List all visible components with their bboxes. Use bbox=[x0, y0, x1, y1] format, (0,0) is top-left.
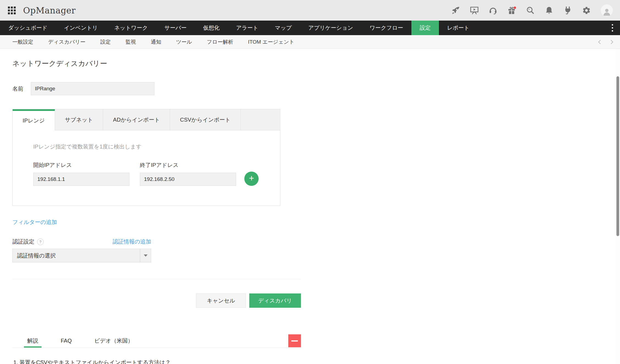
form-actions: キャンセル ディスカバリ bbox=[12, 293, 301, 308]
subnav-item-tools[interactable]: ツール bbox=[169, 38, 200, 46]
credential-settings-label: 認証設定 bbox=[12, 238, 34, 245]
end-ip-field: 終了IPアドレス bbox=[140, 161, 236, 186]
form-divider bbox=[12, 279, 301, 279]
plug-icon[interactable] bbox=[563, 6, 572, 15]
credential-select-dropdown[interactable]: 認証情報の選択 bbox=[12, 249, 151, 262]
nav-overflow-menu-icon[interactable] bbox=[605, 21, 620, 35]
tab-subnet[interactable]: サブネット bbox=[55, 109, 103, 130]
end-ip-label: 終了IPアドレス bbox=[140, 161, 236, 169]
nav-item-settings[interactable]: 設定 bbox=[411, 21, 439, 35]
nav-item-applications[interactable]: アプリケーション bbox=[300, 21, 361, 35]
help-tab-faq[interactable]: FAQ bbox=[57, 335, 75, 348]
topbar: OpManager bbox=[0, 0, 620, 21]
training-video-icon[interactable] bbox=[470, 6, 479, 15]
start-ip-label: 開始IPアドレス bbox=[33, 161, 129, 169]
app-title: OpManager bbox=[23, 5, 76, 15]
discovery-name-input[interactable] bbox=[31, 82, 154, 95]
faq-item[interactable]: 装置をCSVやテキストファイルからインポートする方法は？ bbox=[20, 359, 301, 364]
bell-icon[interactable] bbox=[545, 6, 553, 15]
nav-item-reports[interactable]: レポート bbox=[439, 21, 478, 35]
main-content: ネットワークディスカバリー 名前 IPレンジ サブネット ADからインポート C… bbox=[0, 49, 620, 364]
add-filter-link[interactable]: フィルターの追加 bbox=[12, 219, 57, 226]
page-title: ネットワークディスカバリー bbox=[12, 59, 620, 68]
main-nav: ダッシュボード インベントリ ネットワーク サーバー 仮想化 アラート マップ … bbox=[0, 21, 620, 35]
subnav-item-general-settings[interactable]: 一般設定 bbox=[5, 38, 41, 46]
ip-range-hint: IPレンジ指定で複数装置を1度に検出します bbox=[33, 143, 264, 150]
credential-select-value: 認証情報の選択 bbox=[13, 252, 140, 259]
start-ip-field: 開始IPアドレス bbox=[33, 161, 129, 186]
gear-icon[interactable] bbox=[582, 6, 591, 15]
tab-import-ad[interactable]: ADからインポート bbox=[103, 109, 170, 130]
subnav-item-configuration[interactable]: 設定 bbox=[93, 38, 118, 46]
support-headset-icon[interactable] bbox=[489, 6, 497, 15]
subnav-item-flow-analysis[interactable]: フロー解析 bbox=[200, 38, 241, 46]
tabrow-filler bbox=[241, 109, 280, 130]
name-field-row: 名前 bbox=[12, 82, 620, 95]
cancel-button[interactable]: キャンセル bbox=[196, 293, 246, 308]
rocket-icon[interactable] bbox=[451, 6, 460, 15]
chevron-down-icon bbox=[144, 254, 148, 257]
credential-header-row: 認証設定 ? 認証情報の追加 bbox=[12, 238, 151, 245]
subnav-item-notification[interactable]: 通知 bbox=[143, 38, 169, 46]
end-ip-input[interactable] bbox=[140, 173, 236, 186]
ip-range-inputs-row: 開始IPアドレス 終了IPアドレス + bbox=[33, 161, 264, 186]
nav-item-server[interactable]: サーバー bbox=[156, 21, 195, 35]
app-launcher-icon[interactable] bbox=[7, 6, 16, 15]
tab-import-csv[interactable]: CSVからインポート bbox=[170, 109, 241, 130]
dropdown-caret-segment[interactable] bbox=[140, 249, 151, 262]
nav-item-virtualization[interactable]: 仮想化 bbox=[195, 21, 228, 35]
subnav-item-monitoring[interactable]: 監視 bbox=[118, 38, 143, 46]
credential-help-icon[interactable]: ? bbox=[37, 239, 44, 245]
faq-list: 装置をCSVやテキストファイルからインポートする方法は？ 承認済み装置でインター… bbox=[12, 359, 301, 364]
help-section: 解説 FAQ ビデオ（米国） 装置をCSVやテキストファイルからインポートする方… bbox=[12, 334, 301, 364]
chevron-left-icon[interactable] bbox=[596, 39, 603, 45]
help-tab-guide[interactable]: 解説 bbox=[24, 335, 41, 348]
sub-nav: 一般設定 ディスカバリー 設定 監視 通知 ツール フロー解析 ITOM エージ… bbox=[0, 35, 620, 49]
name-label: 名前 bbox=[12, 85, 31, 93]
help-tabs: 解説 FAQ ビデオ（米国） bbox=[12, 334, 301, 348]
add-credential-link[interactable]: 認証情報の追加 bbox=[113, 238, 151, 245]
nav-item-alerts[interactable]: アラート bbox=[228, 21, 267, 35]
scrollbar-thumb[interactable] bbox=[616, 76, 619, 236]
nav-item-network[interactable]: ネットワーク bbox=[106, 21, 156, 35]
scrollbar-track[interactable] bbox=[616, 49, 620, 364]
topbar-actions bbox=[451, 4, 613, 16]
discovery-method-tabs: IPレンジ サブネット ADからインポート CSVからインポート bbox=[13, 109, 280, 130]
help-tab-videos[interactable]: ビデオ（米国） bbox=[91, 335, 136, 348]
gift-icon[interactable] bbox=[507, 6, 516, 15]
nav-item-maps[interactable]: マップ bbox=[267, 21, 300, 35]
tab-ip-range[interactable]: IPレンジ bbox=[13, 109, 55, 130]
collapse-help-button[interactable] bbox=[288, 334, 301, 347]
ip-range-panel: IPレンジ指定で複数装置を1度に検出します 開始IPアドレス 終了IPアドレス … bbox=[13, 130, 280, 206]
chevron-right-icon[interactable] bbox=[608, 39, 615, 45]
discover-button[interactable]: ディスカバリ bbox=[249, 293, 301, 308]
subnav-scroll-arrows bbox=[596, 39, 615, 45]
search-icon[interactable] bbox=[526, 6, 535, 15]
nav-item-dashboard[interactable]: ダッシュボード bbox=[0, 21, 56, 35]
subnav-item-discovery[interactable]: ディスカバリー bbox=[41, 38, 93, 46]
minus-icon bbox=[291, 340, 298, 341]
nav-item-inventory[interactable]: インベントリ bbox=[56, 21, 106, 35]
subnav-item-itom-agent[interactable]: ITOM エージェント bbox=[240, 38, 302, 46]
user-avatar[interactable] bbox=[601, 4, 613, 16]
nav-item-workflow[interactable]: ワークフロー bbox=[361, 21, 411, 35]
discovery-method-tabbox: IPレンジ サブネット ADからインポート CSVからインポート IPレンジ指定… bbox=[12, 109, 280, 206]
add-ip-range-button[interactable]: + bbox=[244, 172, 259, 186]
start-ip-input[interactable] bbox=[33, 173, 129, 186]
